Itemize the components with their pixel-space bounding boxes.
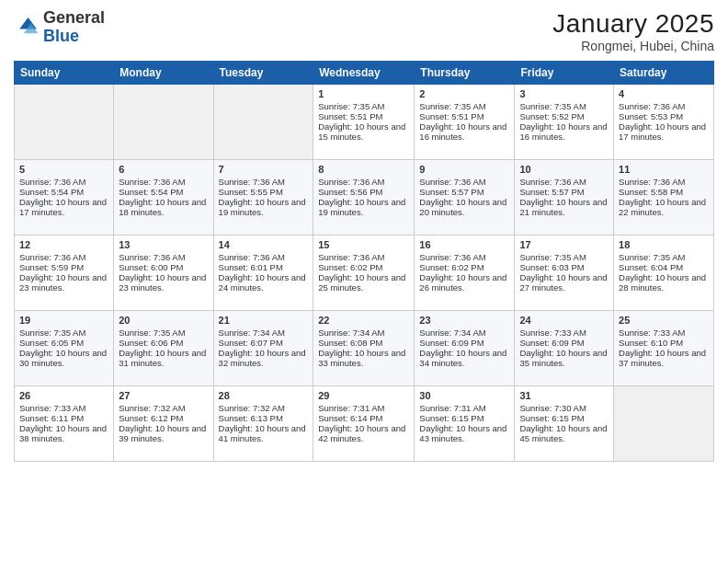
day-number: 20 <box>119 315 208 326</box>
day-cell: 21Sunrise: 7:34 AMSunset: 6:07 PMDayligh… <box>213 311 313 386</box>
day-number: 14 <box>219 239 309 250</box>
logo: General Blue <box>14 9 105 46</box>
day-number: 17 <box>519 239 609 250</box>
day-cell: 17Sunrise: 7:35 AMSunset: 6:03 PMDayligh… <box>515 236 614 311</box>
daylight: Daylight: 10 hours and 25 minutes. <box>318 272 405 293</box>
page: General Blue January 2025 Rongmei, Hubei… <box>0 0 728 563</box>
sunrise: Sunrise: 7:36 AM <box>19 177 85 187</box>
sunset: Sunset: 6:15 PM <box>419 413 483 423</box>
sunset: Sunset: 5:55 PM <box>219 187 283 197</box>
daylight: Daylight: 10 hours and 23 minutes. <box>119 272 206 293</box>
day-cell: 22Sunrise: 7:34 AMSunset: 6:08 PMDayligh… <box>313 311 415 386</box>
day-cell: 28Sunrise: 7:32 AMSunset: 6:13 PMDayligh… <box>213 386 313 462</box>
day-cell: 14Sunrise: 7:36 AMSunset: 6:01 PMDayligh… <box>213 236 313 311</box>
daylight: Daylight: 10 hours and 17 minutes. <box>619 121 706 142</box>
daylight: Daylight: 10 hours and 21 minutes. <box>519 197 607 217</box>
day-number: 31 <box>519 390 609 401</box>
sunset: Sunset: 6:06 PM <box>119 338 183 348</box>
daylight: Daylight: 10 hours and 45 minutes. <box>519 423 607 443</box>
day-number: 3 <box>519 88 609 99</box>
daylight: Daylight: 10 hours and 39 minutes. <box>119 423 206 443</box>
day-cell: 7Sunrise: 7:36 AMSunset: 5:55 PMDaylight… <box>213 160 313 236</box>
daylight: Daylight: 10 hours and 43 minutes. <box>419 423 506 443</box>
sunset: Sunset: 5:54 PM <box>19 187 84 197</box>
day-cell: 24Sunrise: 7:33 AMSunset: 6:09 PMDayligh… <box>515 311 614 386</box>
sunset: Sunset: 5:52 PM <box>519 111 584 121</box>
sunset: Sunset: 5:58 PM <box>619 187 683 197</box>
day-cell: 5Sunrise: 7:36 AMSunset: 5:54 PMDaylight… <box>15 160 114 236</box>
sunset: Sunset: 6:09 PM <box>519 338 584 348</box>
sunrise: Sunrise: 7:31 AM <box>318 403 384 413</box>
daylight: Daylight: 10 hours and 31 minutes. <box>119 348 206 368</box>
sunset: Sunset: 6:01 PM <box>219 262 283 272</box>
day-cell: 18Sunrise: 7:35 AMSunset: 6:04 PMDayligh… <box>614 236 714 311</box>
daylight: Daylight: 10 hours and 42 minutes. <box>318 423 405 443</box>
sunrise: Sunrise: 7:36 AM <box>119 177 185 187</box>
month-title: January 2025 <box>552 9 714 39</box>
sunrise: Sunrise: 7:34 AM <box>219 327 285 338</box>
day-number: 29 <box>318 390 409 401</box>
sunrise: Sunrise: 7:35 AM <box>19 327 85 338</box>
day-cell <box>114 85 213 160</box>
day-cell <box>614 386 714 462</box>
sunset: Sunset: 6:15 PM <box>519 413 584 423</box>
sunset: Sunset: 6:04 PM <box>619 262 683 272</box>
weekday-header-friday: Friday <box>515 62 614 85</box>
day-cell: 2Sunrise: 7:35 AMSunset: 5:51 PMDaylight… <box>415 85 515 160</box>
sunrise: Sunrise: 7:36 AM <box>419 252 485 262</box>
sunset: Sunset: 5:57 PM <box>519 187 584 197</box>
day-number: 22 <box>318 315 409 326</box>
daylight: Daylight: 10 hours and 16 minutes. <box>519 121 607 142</box>
sunrise: Sunrise: 7:34 AM <box>318 327 384 338</box>
daylight: Daylight: 10 hours and 19 minutes. <box>219 197 306 217</box>
weekday-header-wednesday: Wednesday <box>313 62 415 85</box>
daylight: Daylight: 10 hours and 32 minutes. <box>219 348 306 368</box>
day-number: 9 <box>419 164 509 175</box>
daylight: Daylight: 10 hours and 16 minutes. <box>419 121 506 142</box>
daylight: Daylight: 10 hours and 17 minutes. <box>19 197 107 217</box>
day-cell: 25Sunrise: 7:33 AMSunset: 6:10 PMDayligh… <box>614 311 714 386</box>
location-subtitle: Rongmei, Hubei, China <box>552 39 714 53</box>
sunset: Sunset: 5:53 PM <box>619 111 683 121</box>
day-cell <box>15 85 114 160</box>
day-number: 23 <box>419 315 509 326</box>
day-cell: 16Sunrise: 7:36 AMSunset: 6:02 PMDayligh… <box>415 236 515 311</box>
sunrise: Sunrise: 7:36 AM <box>219 177 285 187</box>
sunset: Sunset: 6:08 PM <box>318 338 382 348</box>
daylight: Daylight: 10 hours and 38 minutes. <box>19 423 107 443</box>
day-number: 11 <box>619 164 709 175</box>
day-cell: 19Sunrise: 7:35 AMSunset: 6:05 PMDayligh… <box>15 311 114 386</box>
sunrise: Sunrise: 7:32 AM <box>119 403 185 413</box>
daylight: Daylight: 10 hours and 27 minutes. <box>519 272 607 293</box>
day-number: 6 <box>119 164 208 175</box>
sunrise: Sunrise: 7:36 AM <box>619 101 685 111</box>
day-cell: 30Sunrise: 7:31 AMSunset: 6:15 PMDayligh… <box>415 386 515 462</box>
sunrise: Sunrise: 7:34 AM <box>419 327 485 338</box>
sunset: Sunset: 6:03 PM <box>519 262 584 272</box>
sunset: Sunset: 6:05 PM <box>19 338 84 348</box>
sunset: Sunset: 5:56 PM <box>318 187 382 197</box>
sunset: Sunset: 6:09 PM <box>419 338 483 348</box>
day-number: 5 <box>19 164 108 175</box>
sunset: Sunset: 6:13 PM <box>219 413 283 423</box>
daylight: Daylight: 10 hours and 23 minutes. <box>19 272 107 293</box>
daylight: Daylight: 10 hours and 33 minutes. <box>318 348 405 368</box>
daylight: Daylight: 10 hours and 26 minutes. <box>419 272 506 293</box>
logo-blue: Blue <box>43 27 79 45</box>
sunset: Sunset: 6:02 PM <box>318 262 382 272</box>
day-number: 24 <box>519 315 609 326</box>
day-number: 2 <box>419 88 509 99</box>
day-cell: 26Sunrise: 7:33 AMSunset: 6:11 PMDayligh… <box>15 386 114 462</box>
day-cell: 12Sunrise: 7:36 AMSunset: 5:59 PMDayligh… <box>15 236 114 311</box>
calendar-table: SundayMondayTuesdayWednesdayThursdayFrid… <box>14 61 714 462</box>
weekday-header-sunday: Sunday <box>15 62 114 85</box>
day-cell: 20Sunrise: 7:35 AMSunset: 6:06 PMDayligh… <box>114 311 213 386</box>
sunrise: Sunrise: 7:35 AM <box>318 101 384 111</box>
sunset: Sunset: 5:57 PM <box>419 187 483 197</box>
day-number: 7 <box>219 164 309 175</box>
daylight: Daylight: 10 hours and 20 minutes. <box>419 197 506 217</box>
day-cell: 1Sunrise: 7:35 AMSunset: 5:51 PMDaylight… <box>313 85 415 160</box>
daylight: Daylight: 10 hours and 15 minutes. <box>318 121 405 142</box>
sunrise: Sunrise: 7:32 AM <box>219 403 285 413</box>
daylight: Daylight: 10 hours and 34 minutes. <box>419 348 506 368</box>
